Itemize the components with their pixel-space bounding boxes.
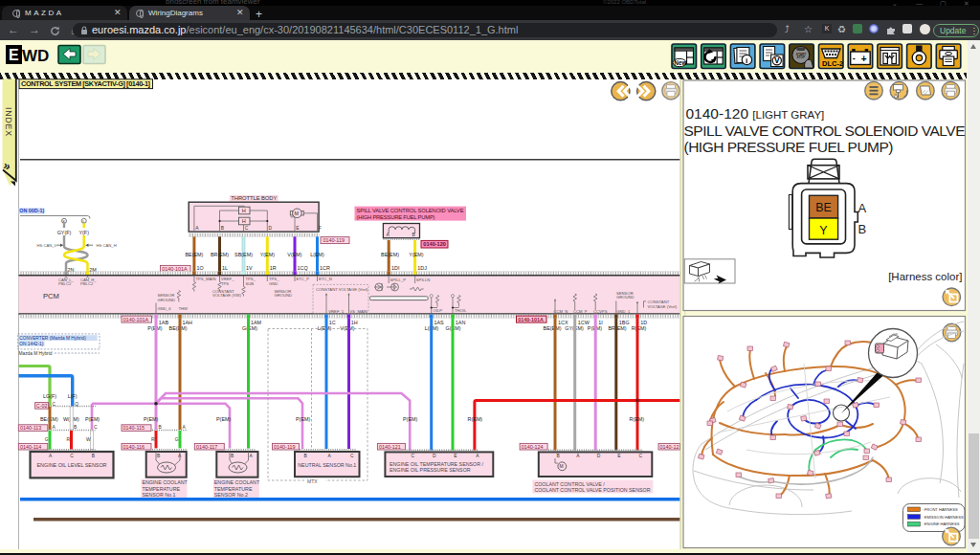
svg-text:MTX: MTX (307, 478, 318, 484)
svg-text:+: + (861, 54, 867, 64)
svg-text:1AB: 1AB (159, 320, 169, 325)
svg-text:ENGINE COOLANT: ENGINE COOLANT (214, 479, 260, 485)
svg-text:CCM_P: CCM_P (573, 309, 588, 314)
svg-text:THW: THW (179, 306, 189, 311)
svg-text:M: M (560, 463, 564, 469)
svg-text:0140-121: 0140-121 (379, 444, 401, 450)
svg-text:G(EM): G(EM) (242, 325, 257, 331)
svg-text:B: B (74, 425, 77, 430)
svg-text:1DJ: 1DJ (417, 265, 427, 271)
svg-text:1DI: 1DI (391, 265, 399, 271)
svg-text:ENGINE COOLANT: ENGINE COOLANT (142, 479, 188, 485)
svg-text:Y(F): Y(F) (78, 230, 89, 235)
svg-text:(HIGH PRESSURE FUEL PUMP): (HIGH PRESSURE FUEL PUMP) (684, 139, 894, 155)
svg-text:B: B (157, 454, 160, 458)
svg-text:B: B (92, 454, 95, 458)
svg-text:0140-101A: 0140-101A (162, 266, 188, 272)
svg-text:SPILL VALVE CONTROL SOLENOID V: SPILL VALVE CONTROL SOLENOID VALVE (357, 208, 464, 213)
svg-text:ENGINE OIL TEMPERATURE SENSOR: ENGINE OIL TEMPERATURE SENSOR / (390, 461, 483, 467)
svg-text:C: C (245, 226, 249, 231)
svg-text:1CQ: 1CQ (298, 265, 308, 271)
svg-text:0140-12: 0140-12 (660, 444, 679, 450)
svg-text:1I: 1I (598, 320, 603, 325)
svg-text:0140-115: 0140-115 (123, 425, 145, 431)
svg-text:P(EM): P(EM) (216, 416, 231, 422)
svg-text:SB(EM): SB(EM) (234, 252, 253, 257)
svg-text:B: B (304, 454, 307, 458)
svg-text:ON 00D-1): ON 00D-1) (19, 208, 44, 213)
svg-text:0140-114: 0140-114 (20, 444, 41, 450)
svg-text:THOIL: THOIL (455, 308, 467, 313)
svg-text:SENSOR No.2: SENSOR No.2 (214, 492, 248, 498)
svg-text:SUB: SUB (246, 281, 255, 286)
svg-text:VOLTAGE (Vref): VOLTAGE (Vref) (648, 304, 678, 309)
svg-text:: EMISSION HARNESS: : EMISSION HARNESS (923, 515, 964, 520)
svg-text:0140-101A: 0140-101A (123, 317, 149, 322)
svg-text:L(F): L(F) (68, 393, 78, 399)
svg-text:VS_MAIN: VS_MAIN (350, 309, 368, 314)
svg-text:D: D (269, 226, 273, 231)
svg-text:DLC-2: DLC-2 (822, 59, 843, 68)
svg-text:R(EM): R(EM) (632, 325, 647, 331)
svg-text:C: C (70, 454, 74, 458)
svg-text:ENGINE OIL PRESSURE SENSOR: ENGINE OIL PRESSURE SENSOR (390, 467, 471, 473)
svg-text:i: i (746, 56, 747, 65)
svg-text:R(EM): R(EM) (630, 416, 645, 422)
svg-text:SPILLN: SPILLN (416, 278, 430, 282)
svg-text:F: F (319, 226, 322, 231)
svg-text:0140-119: 0140-119 (274, 444, 295, 450)
svg-text:L(EM): L(EM) (310, 252, 324, 257)
svg-text:0140-117: 0140-117 (196, 444, 217, 450)
svg-text:0140-101A: 0140-101A (518, 317, 544, 322)
svg-text:1H: 1H (351, 320, 358, 325)
svg-text:CCVPS: CCVPS (593, 309, 608, 314)
svg-text:0140-119: 0140-119 (323, 237, 345, 243)
svg-text:PBLC2: PBLC2 (58, 281, 72, 286)
svg-text:R: R (151, 437, 155, 442)
svg-text:CONSTANT VOLTAGE (Vref): CONSTANT VOLTAGE (Vref) (316, 287, 368, 292)
svg-text:(HIGH PRESSURE FUEL PUMP): (HIGH PRESSURE FUEL PUMP) (357, 214, 435, 220)
svg-text:-: - (853, 54, 856, 63)
svg-text:BR(EM): BR(EM) (211, 252, 229, 257)
svg-text:1AN: 1AN (456, 320, 466, 325)
svg-text:Y(EM): Y(EM) (260, 252, 275, 257)
svg-text:C-02: C-02 (36, 403, 48, 409)
svg-text:1L: 1L (222, 265, 228, 271)
svg-text:1R: 1R (270, 265, 277, 271)
svg-text:1V: 1V (246, 265, 253, 271)
svg-text:P(EM): P(EM) (403, 416, 417, 422)
svg-text:1CX: 1CX (558, 320, 568, 325)
svg-text:C: C (639, 454, 643, 458)
svg-text:G: G (45, 437, 49, 442)
svg-text:[Harness color]: [Harness color] (888, 271, 962, 282)
svg-text:Q: Q (75, 402, 78, 407)
svg-text:G: G (175, 437, 179, 442)
svg-text:Mazda M Hybrid: Mazda M Hybrid (19, 351, 53, 356)
svg-text:0140-120: 0140-120 (423, 241, 446, 247)
svg-text:GND_6: GND_6 (158, 306, 172, 311)
svg-text:COOLANT CONTROL VALVE /: COOLANT CONTROL VALVE / (534, 481, 605, 487)
svg-text:C: C (350, 454, 354, 458)
svg-text:ETC_P: ETC_P (297, 277, 310, 281)
svg-text:A: A (858, 201, 867, 215)
svg-text:TPS_MAIN: TPS_MAIN (196, 277, 216, 281)
svg-text:HS CAN_L: HS CAN_L (37, 243, 57, 248)
svg-text:NEUTRAL SENSOR No.1: NEUTRAL SENSOR No.1 (298, 462, 356, 468)
svg-text:VOLTAGE (VW): VOLTAGE (VW) (212, 293, 241, 298)
svg-text:PCM: PCM (43, 292, 59, 300)
svg-text:0140-113: 0140-113 (20, 425, 41, 431)
svg-text:1C: 1C (329, 320, 336, 325)
svg-text:V: V (774, 56, 780, 65)
svg-text:INDEX: INDEX (4, 107, 13, 137)
svg-text:SENSOR No.1: SENSOR No.1 (142, 492, 175, 498)
svg-text:H: H (242, 218, 246, 224)
svg-text:ETC_N: ETC_N (319, 277, 332, 281)
svg-text:K: K (63, 219, 66, 224)
svg-text:1CW: 1CW (578, 320, 590, 325)
svg-text:1CR: 1CR (320, 265, 330, 271)
svg-text:1O: 1O (196, 265, 203, 271)
svg-text:0140-124: 0140-124 (522, 444, 544, 450)
svg-text:GROUND: GROUND (616, 295, 635, 300)
svg-text:BE(EM): BE(EM) (381, 252, 399, 257)
svg-text:C: C (94, 425, 98, 430)
